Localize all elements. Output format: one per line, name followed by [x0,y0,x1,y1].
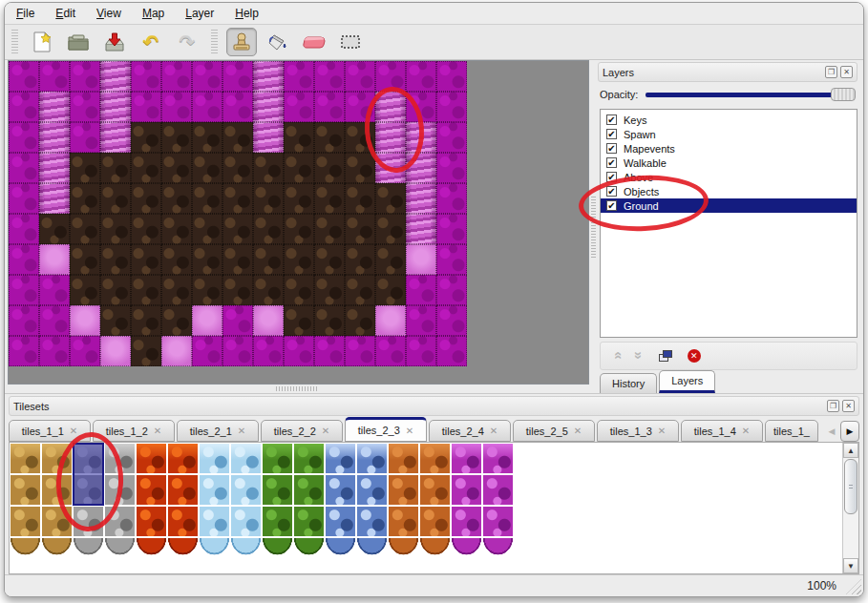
map-tile-brown-dirt[interactable] [314,305,345,336]
map-tile-magenta-ground[interactable] [345,336,375,366]
map-tile-tree-trunk[interactable] [375,153,406,183]
stamp-tool-button[interactable] [226,28,257,56]
map-tile-brown-dirt[interactable] [39,214,70,244]
map-tile-magenta-ground[interactable] [406,92,436,122]
layer-visibility-checkbox[interactable]: ✔ [606,143,617,154]
tileset-tab-tiles_1_4[interactable]: tiles_1_4✕ [681,420,763,442]
map-tile-magenta-ground[interactable] [161,92,192,122]
map-tile-magenta-ground[interactable] [284,61,314,92]
tileset-tile-purple[interactable] [482,506,514,537]
tileset-tile-gold[interactable] [10,474,41,506]
tileset-tile-fire-red[interactable] [136,506,167,537]
map-tile-brown-dirt[interactable] [222,122,253,153]
map-tile-brown-dirt[interactable] [100,275,131,305]
scroll-down-icon[interactable]: ▼ [843,558,858,573]
layer-row-objects[interactable]: ✔Objects [601,184,857,198]
map-tile-magenta-ground[interactable] [131,61,161,92]
map-tile-magenta-ground[interactable] [436,305,467,336]
map-tile-magenta-ground[interactable] [9,305,39,336]
eraser-tool-button[interactable] [299,28,329,56]
map-tile-magenta-ground[interactable] [314,61,345,92]
tileset-tile-crystal-blue[interactable] [356,537,388,569]
map-tile-brown-dirt[interactable] [222,153,253,183]
vertical-splitter[interactable] [589,60,598,393]
map-tile-magenta-ground[interactable] [406,275,436,305]
tileset-tile-gold[interactable] [41,537,73,569]
toolbar-drag-handle[interactable] [11,30,18,54]
tileset-tile-purple[interactable] [482,443,514,474]
float-panel-icon[interactable]: ❐ [827,400,839,412]
map-tile-brown-dirt[interactable] [284,153,314,183]
map-tile-tree-trunk[interactable] [375,92,406,122]
map-tile-brown-dirt[interactable] [222,275,253,305]
map-tile-pink-bush[interactable] [161,336,192,366]
tileset-tab-tiles_2_2[interactable]: tiles_2_2✕ [261,420,343,442]
toolbar-drag-handle[interactable] [211,30,218,54]
tileset-tile-crystal-blue[interactable] [356,506,388,537]
map-tile-brown-dirt[interactable] [70,183,100,214]
tileset-tile-fire-red[interactable] [136,443,167,474]
map-tile-magenta-ground[interactable] [9,61,39,92]
tileset-tile-purple[interactable] [451,443,482,474]
map-tile-tree-trunk[interactable] [100,92,131,122]
map-tile-magenta-ground[interactable] [436,336,467,366]
opacity-slider[interactable] [646,87,856,102]
tileset-tile-gray[interactable] [104,537,136,569]
tab-close-icon[interactable]: ✕ [490,426,498,436]
map-tile-magenta-ground[interactable] [253,336,284,366]
map-tile-magenta-ground[interactable] [222,305,253,336]
map-tile-brown-dirt[interactable] [100,305,131,336]
menu-help[interactable]: Help [235,7,259,20]
map-tile-brown-dirt[interactable] [100,153,131,183]
map-tile-brown-dirt[interactable] [131,153,161,183]
close-panel-icon[interactable]: ✕ [840,66,853,78]
tileset-tile-sky-blue[interactable] [199,506,230,537]
map-tile-brown-dirt[interactable] [253,275,284,305]
delete-layer-button[interactable]: ✕ [688,349,701,363]
map-tile-magenta-ground[interactable] [222,92,253,122]
layer-visibility-checkbox[interactable]: ✔ [606,129,617,139]
float-panel-icon[interactable]: ❐ [825,66,837,78]
map-tile-brown-dirt[interactable] [222,244,253,275]
layer-row-mapevents[interactable]: ✔Mapevents [601,141,857,156]
map-tile-magenta-ground[interactable] [284,92,314,122]
tab-close-icon[interactable]: ✕ [574,426,582,436]
map-tile-magenta-ground[interactable] [9,122,39,153]
tileset-tile-sky-blue[interactable] [199,443,230,474]
select-tool-button[interactable] [335,28,366,56]
map-tile-brown-dirt[interactable] [192,214,222,244]
tileset-tile-green[interactable] [262,474,293,506]
map-tile-brown-dirt[interactable] [375,183,406,214]
scrollbar-track[interactable] [843,515,858,558]
map-tile-pink-bush[interactable] [253,305,284,336]
map-tile-magenta-ground[interactable] [406,61,436,92]
tileset-tile-copper[interactable] [419,443,451,474]
map-tile-pink-bush[interactable] [100,336,131,366]
map-tile-brown-dirt[interactable] [161,214,192,244]
tileset-tile-gold[interactable] [41,506,73,537]
tab-close-icon[interactable]: ✕ [70,426,77,436]
map-tile-brown-dirt[interactable] [284,244,314,275]
map-tile-tree-trunk[interactable] [406,183,436,214]
layer-visibility-checkbox[interactable]: ✔ [606,157,617,168]
tileset-tile-fire-red[interactable] [136,474,167,506]
map-tile-magenta-ground[interactable] [345,92,375,122]
map-tile-magenta-ground[interactable] [9,214,39,244]
map-tile-magenta-ground[interactable] [436,61,467,92]
tileset-tile-copper[interactable] [388,537,419,569]
map-tile-brown-dirt[interactable] [222,183,253,214]
map-tile-brown-dirt[interactable] [345,214,375,244]
map-tile-pink-bush[interactable] [70,305,100,336]
map-tile-magenta-ground[interactable] [436,214,467,244]
tileset-tile-sky-blue[interactable] [230,474,262,506]
map-tile-magenta-ground[interactable] [222,336,253,366]
tileset-tile-purple[interactable] [482,474,514,506]
tileset-tile-gold[interactable] [41,443,73,474]
map-tile-magenta-ground[interactable] [9,92,39,122]
map-tile-brown-dirt[interactable] [345,153,375,183]
horizontal-splitter[interactable] [5,385,589,393]
tileset-tile-gold[interactable] [41,474,73,506]
map-tile-brown-dirt[interactable] [161,305,192,336]
tileset-tab-tiles_1_3[interactable]: tiles_1_3✕ [597,420,679,442]
map-tile-pink-bush[interactable] [39,244,70,275]
